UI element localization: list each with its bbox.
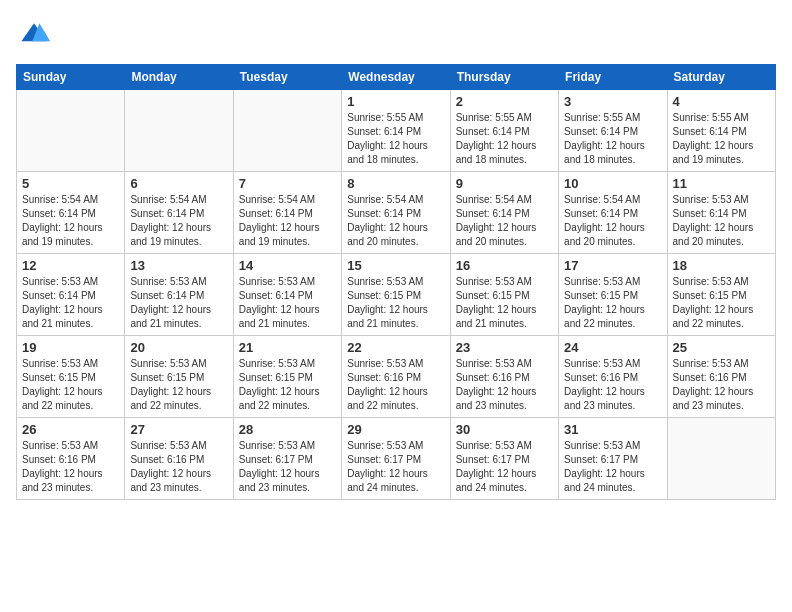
day-number: 22 (347, 340, 444, 355)
day-cell-9: 9Sunrise: 5:54 AM Sunset: 6:14 PM Daylig… (450, 172, 558, 254)
day-number: 24 (564, 340, 661, 355)
day-number: 12 (22, 258, 119, 273)
day-cell-8: 8Sunrise: 5:54 AM Sunset: 6:14 PM Daylig… (342, 172, 450, 254)
day-cell-22: 22Sunrise: 5:53 AM Sunset: 6:16 PM Dayli… (342, 336, 450, 418)
day-cell-15: 15Sunrise: 5:53 AM Sunset: 6:15 PM Dayli… (342, 254, 450, 336)
day-number: 29 (347, 422, 444, 437)
empty-cell (667, 418, 775, 500)
day-number: 10 (564, 176, 661, 191)
day-info: Sunrise: 5:54 AM Sunset: 6:14 PM Dayligh… (239, 193, 336, 249)
day-number: 14 (239, 258, 336, 273)
day-info: Sunrise: 5:53 AM Sunset: 6:15 PM Dayligh… (564, 275, 661, 331)
day-cell-25: 25Sunrise: 5:53 AM Sunset: 6:16 PM Dayli… (667, 336, 775, 418)
day-number: 26 (22, 422, 119, 437)
day-info: Sunrise: 5:53 AM Sunset: 6:17 PM Dayligh… (239, 439, 336, 495)
weekday-header-saturday: Saturday (667, 65, 775, 90)
day-info: Sunrise: 5:53 AM Sunset: 6:14 PM Dayligh… (239, 275, 336, 331)
day-info: Sunrise: 5:55 AM Sunset: 6:14 PM Dayligh… (456, 111, 553, 167)
day-number: 8 (347, 176, 444, 191)
day-cell-3: 3Sunrise: 5:55 AM Sunset: 6:14 PM Daylig… (559, 90, 667, 172)
day-cell-18: 18Sunrise: 5:53 AM Sunset: 6:15 PM Dayli… (667, 254, 775, 336)
calendar-table: SundayMondayTuesdayWednesdayThursdayFrid… (16, 64, 776, 500)
week-row-1: 1Sunrise: 5:55 AM Sunset: 6:14 PM Daylig… (17, 90, 776, 172)
day-cell-19: 19Sunrise: 5:53 AM Sunset: 6:15 PM Dayli… (17, 336, 125, 418)
day-number: 20 (130, 340, 227, 355)
day-info: Sunrise: 5:53 AM Sunset: 6:15 PM Dayligh… (673, 275, 770, 331)
day-cell-28: 28Sunrise: 5:53 AM Sunset: 6:17 PM Dayli… (233, 418, 341, 500)
day-cell-24: 24Sunrise: 5:53 AM Sunset: 6:16 PM Dayli… (559, 336, 667, 418)
day-info: Sunrise: 5:55 AM Sunset: 6:14 PM Dayligh… (673, 111, 770, 167)
day-info: Sunrise: 5:53 AM Sunset: 6:15 PM Dayligh… (456, 275, 553, 331)
week-row-5: 26Sunrise: 5:53 AM Sunset: 6:16 PM Dayli… (17, 418, 776, 500)
day-number: 25 (673, 340, 770, 355)
day-cell-21: 21Sunrise: 5:53 AM Sunset: 6:15 PM Dayli… (233, 336, 341, 418)
day-number: 11 (673, 176, 770, 191)
day-info: Sunrise: 5:54 AM Sunset: 6:14 PM Dayligh… (456, 193, 553, 249)
week-row-4: 19Sunrise: 5:53 AM Sunset: 6:15 PM Dayli… (17, 336, 776, 418)
day-info: Sunrise: 5:53 AM Sunset: 6:14 PM Dayligh… (22, 275, 119, 331)
weekday-header-tuesday: Tuesday (233, 65, 341, 90)
day-number: 15 (347, 258, 444, 273)
day-cell-17: 17Sunrise: 5:53 AM Sunset: 6:15 PM Dayli… (559, 254, 667, 336)
day-number: 19 (22, 340, 119, 355)
logo-icon (16, 16, 52, 52)
day-number: 4 (673, 94, 770, 109)
weekday-header-monday: Monday (125, 65, 233, 90)
day-info: Sunrise: 5:53 AM Sunset: 6:16 PM Dayligh… (456, 357, 553, 413)
day-info: Sunrise: 5:54 AM Sunset: 6:14 PM Dayligh… (22, 193, 119, 249)
weekday-header-friday: Friday (559, 65, 667, 90)
day-cell-6: 6Sunrise: 5:54 AM Sunset: 6:14 PM Daylig… (125, 172, 233, 254)
day-number: 13 (130, 258, 227, 273)
weekday-header-sunday: Sunday (17, 65, 125, 90)
day-cell-26: 26Sunrise: 5:53 AM Sunset: 6:16 PM Dayli… (17, 418, 125, 500)
day-number: 1 (347, 94, 444, 109)
day-number: 6 (130, 176, 227, 191)
logo (16, 16, 56, 52)
day-info: Sunrise: 5:53 AM Sunset: 6:15 PM Dayligh… (239, 357, 336, 413)
empty-cell (17, 90, 125, 172)
day-cell-11: 11Sunrise: 5:53 AM Sunset: 6:14 PM Dayli… (667, 172, 775, 254)
day-cell-1: 1Sunrise: 5:55 AM Sunset: 6:14 PM Daylig… (342, 90, 450, 172)
day-number: 16 (456, 258, 553, 273)
day-info: Sunrise: 5:54 AM Sunset: 6:14 PM Dayligh… (564, 193, 661, 249)
day-info: Sunrise: 5:53 AM Sunset: 6:14 PM Dayligh… (673, 193, 770, 249)
day-info: Sunrise: 5:53 AM Sunset: 6:16 PM Dayligh… (130, 439, 227, 495)
day-cell-4: 4Sunrise: 5:55 AM Sunset: 6:14 PM Daylig… (667, 90, 775, 172)
day-info: Sunrise: 5:53 AM Sunset: 6:15 PM Dayligh… (22, 357, 119, 413)
day-info: Sunrise: 5:53 AM Sunset: 6:15 PM Dayligh… (347, 275, 444, 331)
empty-cell (233, 90, 341, 172)
day-info: Sunrise: 5:53 AM Sunset: 6:16 PM Dayligh… (564, 357, 661, 413)
day-number: 23 (456, 340, 553, 355)
day-cell-29: 29Sunrise: 5:53 AM Sunset: 6:17 PM Dayli… (342, 418, 450, 500)
day-info: Sunrise: 5:53 AM Sunset: 6:16 PM Dayligh… (22, 439, 119, 495)
day-info: Sunrise: 5:53 AM Sunset: 6:16 PM Dayligh… (673, 357, 770, 413)
day-cell-23: 23Sunrise: 5:53 AM Sunset: 6:16 PM Dayli… (450, 336, 558, 418)
day-cell-16: 16Sunrise: 5:53 AM Sunset: 6:15 PM Dayli… (450, 254, 558, 336)
day-info: Sunrise: 5:54 AM Sunset: 6:14 PM Dayligh… (347, 193, 444, 249)
day-number: 9 (456, 176, 553, 191)
day-info: Sunrise: 5:54 AM Sunset: 6:14 PM Dayligh… (130, 193, 227, 249)
day-cell-10: 10Sunrise: 5:54 AM Sunset: 6:14 PM Dayli… (559, 172, 667, 254)
day-cell-20: 20Sunrise: 5:53 AM Sunset: 6:15 PM Dayli… (125, 336, 233, 418)
day-number: 31 (564, 422, 661, 437)
day-cell-5: 5Sunrise: 5:54 AM Sunset: 6:14 PM Daylig… (17, 172, 125, 254)
day-cell-31: 31Sunrise: 5:53 AM Sunset: 6:17 PM Dayli… (559, 418, 667, 500)
day-info: Sunrise: 5:55 AM Sunset: 6:14 PM Dayligh… (564, 111, 661, 167)
day-number: 5 (22, 176, 119, 191)
day-number: 17 (564, 258, 661, 273)
day-info: Sunrise: 5:53 AM Sunset: 6:17 PM Dayligh… (456, 439, 553, 495)
day-cell-14: 14Sunrise: 5:53 AM Sunset: 6:14 PM Dayli… (233, 254, 341, 336)
day-number: 18 (673, 258, 770, 273)
day-cell-12: 12Sunrise: 5:53 AM Sunset: 6:14 PM Dayli… (17, 254, 125, 336)
day-info: Sunrise: 5:53 AM Sunset: 6:16 PM Dayligh… (347, 357, 444, 413)
day-info: Sunrise: 5:55 AM Sunset: 6:14 PM Dayligh… (347, 111, 444, 167)
weekday-header-thursday: Thursday (450, 65, 558, 90)
weekday-header-wednesday: Wednesday (342, 65, 450, 90)
day-cell-13: 13Sunrise: 5:53 AM Sunset: 6:14 PM Dayli… (125, 254, 233, 336)
day-info: Sunrise: 5:53 AM Sunset: 6:14 PM Dayligh… (130, 275, 227, 331)
day-number: 28 (239, 422, 336, 437)
week-row-3: 12Sunrise: 5:53 AM Sunset: 6:14 PM Dayli… (17, 254, 776, 336)
page-header (16, 16, 776, 52)
day-cell-2: 2Sunrise: 5:55 AM Sunset: 6:14 PM Daylig… (450, 90, 558, 172)
day-number: 2 (456, 94, 553, 109)
